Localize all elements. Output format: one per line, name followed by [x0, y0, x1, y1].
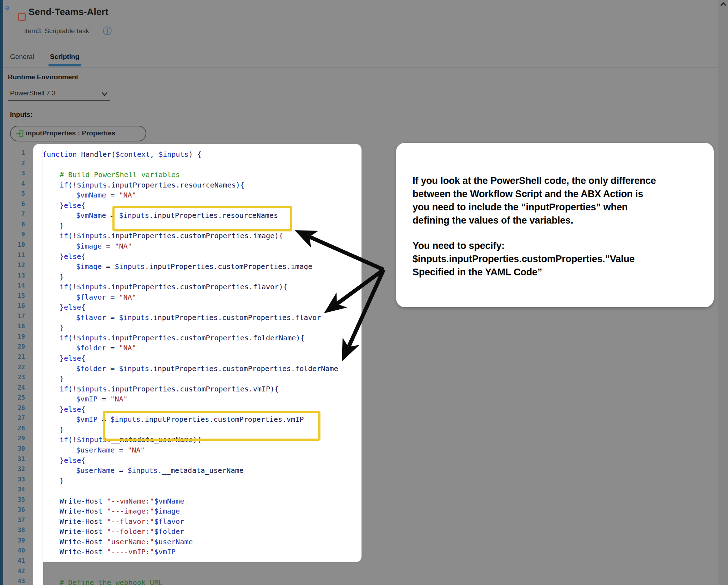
line-number: 26 — [0, 404, 25, 411]
line-number: 9 — [0, 231, 25, 238]
line-number: 37 — [0, 516, 25, 524]
code-line: $vmIP = "NA" — [42, 394, 128, 404]
callout-text: If you look at the PowerShell code, the … — [413, 174, 702, 279]
task-color-swatch-icon — [18, 13, 26, 21]
tab-general[interactable]: General — [10, 53, 34, 61]
code-line: }else{ — [42, 353, 85, 364]
line-number: 17 — [0, 312, 25, 320]
line-number: 5 — [0, 190, 25, 197]
line-number: 16 — [0, 302, 25, 309]
line-number: 23 — [0, 374, 25, 381]
callout-paragraph-gap — [413, 227, 702, 239]
workflow-editor-screen: { "header": { "expand_icon": "»", "title… — [0, 0, 728, 585]
line-number: 32 — [0, 465, 25, 472]
code-line: Write-Host "---image:"$image — [42, 506, 180, 516]
input-chip-label: inputProperties : Properties — [26, 129, 115, 137]
annotation-callout: If you look at the PowerShell code, the … — [396, 143, 714, 307]
callout-text-line: between the Workflow Script and the ABX … — [413, 188, 702, 201]
line-number: 2 — [0, 160, 25, 167]
highlight-box-vmip — [103, 411, 320, 441]
line-number: 35 — [0, 496, 25, 503]
line-number: 29 — [0, 435, 25, 442]
code-line: $folder = $inputs.inputProperties.custom… — [42, 364, 338, 374]
code-line: Write-Host "----vmIP:"$vmIP — [42, 547, 176, 557]
line-number: 6 — [0, 200, 25, 208]
code-line: } — [42, 476, 64, 486]
code-line: $userName = $inputs.__metadata_userName — [42, 465, 244, 476]
code-line: $image = "NA" — [42, 241, 132, 251]
code-line: }else{ — [42, 200, 85, 211]
line-number: 15 — [0, 292, 25, 299]
runtime-select-underline — [8, 100, 110, 101]
runtime-environment-label: Runtime Environment — [8, 73, 78, 81]
line-number: 19 — [0, 333, 25, 340]
input-binding-icon — [16, 129, 24, 138]
line-number: 24 — [0, 384, 25, 391]
scroll-up-icon[interactable] — [720, 2, 727, 7]
code-line: if(!$inputs.inputProperties.customProper… — [42, 384, 279, 394]
line-number: 30 — [0, 445, 25, 452]
code-line: $image = $inputs.inputProperties.customP… — [42, 261, 312, 272]
code-line: } — [42, 322, 64, 333]
code-line: $userName = "NA" — [42, 445, 145, 455]
line-number: 40 — [0, 547, 25, 554]
line-number: 34 — [0, 486, 25, 493]
callout-text-line: defining the values of the variables. — [413, 214, 702, 227]
callout-text-line: You need to specify: — [413, 239, 702, 252]
code-line: }else{ — [42, 251, 85, 262]
line-number: 31 — [0, 455, 25, 462]
inputs-label: Inputs: — [10, 111, 32, 119]
line-number: 38 — [0, 526, 25, 534]
info-icon[interactable]: ⓘ — [103, 26, 112, 35]
code-line: function Handler($context, $inputs) { — [42, 149, 202, 160]
line-number: 21 — [0, 353, 25, 360]
code-line: $flavor = $inputs.inputProperties.custom… — [42, 312, 321, 323]
code-line: } — [42, 374, 64, 384]
code-line: Write-Host "--folder:"$folder — [42, 526, 184, 537]
task-title: Send-Teams-Alert — [29, 6, 108, 18]
line-number: 3 — [0, 170, 25, 177]
code-line: Write-Host "userName:"$userName — [42, 537, 193, 547]
line-number: 13 — [0, 272, 25, 279]
task-subtitle: item3: Scriptable task — [24, 27, 89, 35]
code-line: }else{ — [42, 455, 85, 466]
line-number: 14 — [0, 282, 25, 289]
code-line: }else{ — [42, 404, 85, 415]
line-number: 7 — [0, 210, 25, 218]
code-line: Write-Host "--vmName:"$vmName — [42, 496, 184, 506]
line-number: 33 — [0, 476, 25, 483]
line-number: 18 — [0, 322, 25, 330]
runtime-select[interactable]: PowerShell 7.3 — [10, 89, 110, 97]
line-number: 39 — [0, 537, 25, 544]
code-line: if(!$inputs.inputProperties.resourceName… — [42, 180, 244, 190]
callout-text-line: you need to include the “inputProperties… — [413, 201, 702, 214]
line-number: 4 — [0, 180, 25, 187]
tab-scripting[interactable]: Scripting — [50, 53, 79, 61]
line-number: 25 — [0, 394, 25, 401]
scrollbar-track[interactable] — [718, 0, 728, 585]
callout-text-line: Specified in the YAML Code” — [413, 266, 702, 279]
line-number: 28 — [0, 425, 25, 432]
line-number: 22 — [0, 364, 25, 371]
code-line: Write-Host "--flavor:"$flavor — [42, 516, 184, 527]
line-number: 10 — [0, 241, 25, 248]
code-line: } — [42, 425, 64, 435]
line-number: 43 — [0, 578, 25, 585]
code-line: } — [42, 221, 64, 231]
tabs-divider — [3, 67, 718, 68]
code-line: # Build PowerShell variables — [42, 170, 180, 180]
code-line: $flavor = "NA" — [42, 292, 136, 302]
code-line: if(!$inputs.inputProperties.customProper… — [42, 231, 283, 241]
row-divider — [42, 160, 361, 160]
line-number: 36 — [0, 506, 25, 513]
code-line: # Define the webhook URL — [42, 578, 163, 585]
line-number: 8 — [0, 221, 25, 228]
callout-text-line: $inputs.inputProperties.customProperties… — [413, 252, 702, 266]
chevron-down-icon — [101, 92, 108, 96]
code-line: $vmName = "NA" — [42, 190, 136, 200]
line-number: 12 — [0, 261, 25, 269]
runtime-select-value: PowerShell 7.3 — [10, 89, 56, 97]
callout-text-line: If you look at the PowerShell code, the … — [413, 174, 702, 188]
input-properties-chip[interactable]: inputProperties : Properties — [10, 126, 146, 141]
line-number: 1 — [0, 149, 25, 156]
